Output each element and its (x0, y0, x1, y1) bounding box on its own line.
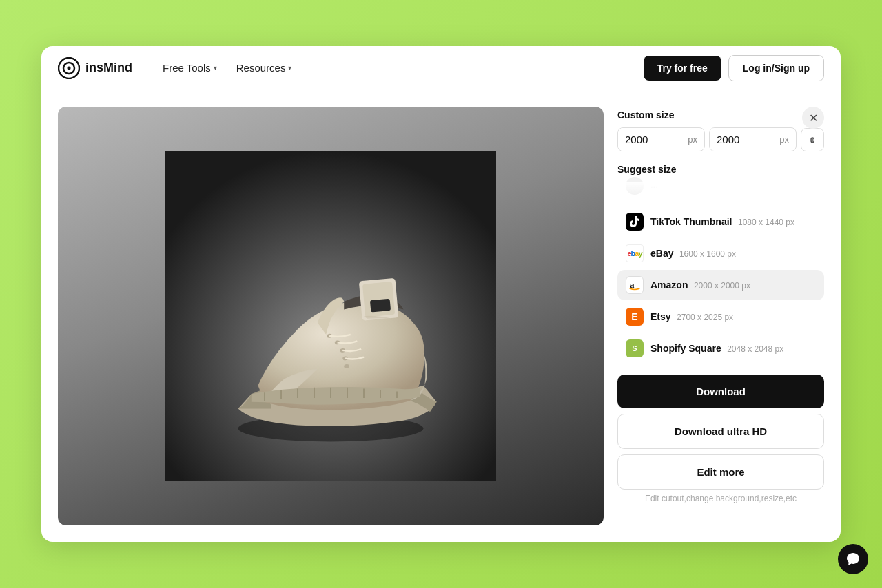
width-input-group: px (617, 127, 705, 151)
main-content: ✕ Custom size px px (41, 90, 841, 542)
close-button[interactable]: ✕ (802, 107, 824, 129)
suggest-item-etsy[interactable]: E Etsy 2700 x 2025 px (617, 302, 824, 332)
try-for-free-button[interactable]: Try for free (644, 56, 721, 81)
shoe-svg (165, 151, 496, 481)
suggest-item-shopify[interactable]: S Shopify Square 2048 x 2048 px (617, 333, 824, 364)
suggest-item-ebay[interactable]: ebay eBay 1600 x 1600 px (617, 238, 824, 269)
ebay-icon: ebay (626, 244, 644, 262)
suggest-item-tiktok[interactable]: TikTok Thumbnail 1080 x 1440 px (617, 207, 824, 237)
tiktok-size: 1080 x 1440 px (738, 218, 794, 227)
tiktok-name: TikTok Thumbnail (650, 216, 732, 227)
amazon-size: 2000 x 2000 px (694, 281, 750, 291)
shoe-image-container (58, 107, 604, 525)
height-input[interactable] (710, 128, 779, 151)
logo-area: insMind (58, 57, 132, 79)
width-input[interactable] (618, 128, 688, 151)
edit-more-button[interactable]: Edit more (617, 454, 824, 490)
image-area (58, 107, 604, 525)
width-px-label: px (688, 129, 704, 150)
shopify-name: Shopify Square (650, 343, 721, 354)
etsy-size: 2700 x 2025 px (677, 313, 733, 322)
download-ultra-hd-button[interactable]: Download ultra HD (617, 414, 824, 449)
header-actions: Try for free Log in/Sign up (644, 55, 824, 81)
svg-rect-6 (362, 282, 395, 317)
shopify-size: 2048 x 2048 px (727, 344, 783, 354)
etsy-name: Etsy (650, 311, 671, 322)
suggest-list: ··· TikTok Thumbnail 1080 x 1440 px (617, 182, 824, 364)
chevron-down-icon: ▾ (214, 64, 217, 72)
login-signup-button[interactable]: Log in/Sign up (728, 55, 824, 81)
chevron-down-icon: ▾ (288, 64, 291, 72)
partial-icon (626, 177, 644, 195)
nav: Free Tools ▾ Resources ▾ (154, 56, 644, 79)
action-buttons: Download Download ultra HD Edit more Edi… (617, 375, 824, 503)
app-window: insMind Free Tools ▾ Resources ▾ Try for… (41, 46, 841, 542)
chat-icon (845, 552, 861, 567)
ebay-size: 1600 x 1600 px (679, 249, 736, 259)
tiktok-icon (626, 213, 644, 231)
edit-hint: Edit cutout,change background,resize,etc (617, 494, 824, 503)
amazon-name: Amazon (650, 280, 688, 291)
aspect-ratio-lock-button[interactable] (801, 128, 824, 151)
chat-bubble-button[interactable] (838, 544, 868, 574)
size-inputs: px px (617, 127, 824, 151)
height-px-label: px (779, 129, 796, 150)
logo-text: insMind (85, 61, 132, 75)
nav-item-resources[interactable]: Resources ▾ (228, 56, 300, 79)
header: insMind Free Tools ▾ Resources ▾ Try for… (41, 46, 841, 90)
logo-icon (58, 57, 80, 79)
shopify-icon: S (626, 339, 644, 357)
amazon-icon: a (626, 276, 644, 294)
right-panel: ✕ Custom size px px (617, 107, 824, 525)
suggest-item-partial[interactable]: ··· (617, 171, 824, 201)
nav-item-free-tools[interactable]: Free Tools ▾ (154, 56, 225, 79)
etsy-icon: E (626, 308, 644, 326)
ebay-name: eBay (650, 248, 673, 259)
svg-rect-7 (370, 299, 391, 313)
link-icon (807, 134, 818, 145)
custom-size-label: Custom size (617, 109, 824, 120)
svg-point-2 (68, 66, 71, 70)
height-input-group: px (709, 127, 797, 151)
download-button[interactable]: Download (617, 375, 824, 408)
suggest-item-amazon[interactable]: a Amazon 2000 x 2000 px (617, 270, 824, 300)
